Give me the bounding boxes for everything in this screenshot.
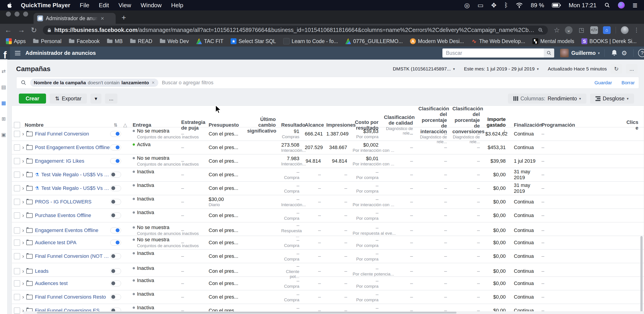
col-nombre[interactable]: Nombre	[22, 122, 111, 128]
expand-caret-icon[interactable]: ›	[22, 199, 24, 205]
browser-menu-icon[interactable]: ⋮	[634, 26, 640, 33]
col-resultado[interactable]: Resultado	[281, 122, 305, 128]
window-close-button[interactable]	[6, 11, 11, 16]
bookmark-item[interactable]: 0776_GUILLERMO...	[342, 38, 406, 44]
move-icon[interactable]: ✥	[491, 1, 496, 9]
expand-caret-icon[interactable]: ›	[22, 294, 24, 300]
sort-icon[interactable]: ⇅	[114, 122, 118, 128]
campaign-name-link[interactable]: Final Funnel Conversions Resto	[35, 294, 106, 300]
bookmark-item[interactable]: AModern Web Desi...	[407, 38, 467, 44]
bookmark-item[interactable]: ★Select Star SQL	[228, 38, 279, 44]
lighthouse-extension-icon[interactable]: ⌂	[603, 26, 611, 34]
bookmark-item[interactable]: ∞Learning How to L...	[641, 38, 644, 44]
hamburger-menu-icon[interactable]	[15, 51, 20, 55]
campaign-toggle[interactable]	[110, 281, 121, 286]
col-interaccion[interactable]: Clasificación del porcentaje de interacc…	[418, 106, 452, 144]
accounts-icon[interactable]: ▤	[1, 84, 6, 90]
select-all-checkbox[interactable]	[14, 122, 20, 128]
row-checkbox[interactable]	[14, 227, 20, 234]
tag-assistant-extension-icon[interactable]: ◳	[578, 26, 585, 34]
row-checkbox[interactable]	[14, 280, 20, 287]
bookmark-item[interactable]: TAC FIT	[194, 38, 226, 44]
address-bar[interactable]: https://business.facebook.com/adsmanager…	[43, 25, 548, 35]
campaign-toggle[interactable]	[110, 158, 121, 164]
record-icon[interactable]: ◎	[464, 1, 470, 9]
expand-caret-icon[interactable]: ›	[22, 158, 24, 164]
wifi-icon[interactable]	[516, 2, 523, 8]
remove-filter-icon[interactable]: ×	[152, 80, 155, 86]
campaign-toggle[interactable]	[110, 172, 121, 178]
menu-file[interactable]: File	[80, 2, 89, 9]
campaign-name-link[interactable]: Test Vale Regalo - US$5 Vs US$10 - ...	[41, 185, 111, 191]
row-checkbox[interactable]	[14, 172, 20, 178]
campaign-name-link[interactable]: Audience test DPA	[35, 240, 76, 246]
campaign-toggle[interactable]	[110, 213, 121, 218]
bookmark-star-icon[interactable]: ☆	[554, 26, 560, 34]
filter-search-placeholder[interactable]: Buscar o agregar filtros	[162, 80, 585, 86]
notifications-bell-icon[interactable]	[611, 49, 618, 57]
row-checkbox[interactable]	[14, 268, 20, 274]
col-finalizacion[interactable]: Finalización	[511, 122, 540, 128]
save-filter-link[interactable]: Guardar	[594, 80, 612, 85]
expand-caret-icon[interactable]: ›	[22, 240, 24, 246]
create-button[interactable]: Crear	[19, 94, 46, 103]
bookmark-item[interactable]: Apps	[3, 38, 28, 44]
campaign-name-link[interactable]: Final Funnel Conversion (NOT USED)	[35, 253, 111, 259]
user-name[interactable]: Guillermo	[572, 50, 596, 56]
zoom-out-icon[interactable]	[538, 27, 543, 33]
row-checkbox[interactable]	[14, 185, 20, 191]
campaign-name-link[interactable]: Audiences test	[35, 281, 68, 286]
window-zoom-button[interactable]	[23, 11, 28, 16]
row-checkbox[interactable]	[14, 308, 20, 314]
row-checkbox[interactable]	[14, 158, 20, 164]
campaign-name-link[interactable]: Purchase Eventos Offline	[35, 213, 91, 218]
bookmark-item[interactable]: Web Dev	[157, 38, 192, 44]
expand-caret-icon[interactable]: ›	[22, 227, 24, 234]
campaign-toggle[interactable]	[110, 199, 121, 205]
bookmark-item[interactable]: SBOOKS | Derek Si...	[579, 38, 639, 44]
col-impresiones[interactable]: Impresiones	[326, 122, 352, 128]
account-selector[interactable]: DMSTK (1015612145897...▾	[393, 66, 455, 72]
horizontal-scrollbar[interactable]	[23, 311, 644, 314]
menu-help[interactable]: Help	[171, 2, 183, 9]
code-extension-icon[interactable]: </>	[590, 26, 598, 34]
date-range-selector[interactable]: Este mes: 1 jul 2019 - 29 jul 2019▾	[464, 66, 539, 72]
facebook-logo[interactable]: f	[0, 46, 10, 60]
fb-search-button[interactable]	[544, 48, 554, 57]
col-clics[interactable]: Clicse	[574, 119, 644, 131]
clear-filter-link[interactable]: Borrar	[622, 80, 635, 85]
more-options-button[interactable]: ...	[626, 64, 638, 74]
back-icon[interactable]: ←	[4, 26, 12, 34]
user-menu-caret-icon[interactable]: ▾	[598, 51, 600, 55]
reload-icon[interactable]: ↻	[31, 26, 37, 34]
campaign-toggle[interactable]	[110, 253, 121, 259]
help-icon[interactable]: ?	[638, 49, 644, 57]
bookmark-item[interactable]: Personal	[30, 38, 64, 44]
row-checkbox[interactable]	[14, 199, 20, 205]
bookmark-item[interactable]: ∿The Web Develop...	[468, 38, 528, 44]
display-icon[interactable]: ▭	[478, 1, 484, 9]
settings-gear-icon[interactable]: ⚙	[621, 49, 627, 57]
row-checkbox[interactable]	[14, 294, 20, 300]
expand-caret-icon[interactable]: ›	[22, 172, 24, 178]
browser-profile-avatar[interactable]	[621, 26, 628, 34]
frame-icon[interactable]: ▣	[1, 132, 6, 138]
col-entrega[interactable]: Entrega	[130, 122, 177, 128]
campaign-name-link[interactable]: Final Funnel Conversion	[35, 131, 89, 137]
expand-caret-icon[interactable]: ›	[22, 268, 24, 274]
campaign-toggle[interactable]	[110, 228, 121, 233]
campaign-toggle[interactable]	[110, 294, 121, 300]
window-minimize-button[interactable]	[14, 11, 20, 16]
campaigns-folder-icon[interactable]: ▦	[1, 100, 6, 106]
col-ultimo-cambio[interactable]: Último cambio significativo	[247, 116, 281, 134]
expand-caret-icon[interactable]: ›	[22, 144, 24, 151]
notification-center-icon[interactable]: ≣	[632, 1, 638, 9]
campaign-toggle[interactable]	[110, 268, 121, 274]
campaign-toggle[interactable]	[110, 131, 121, 137]
ads-manager-title[interactable]: Administrador de anuncios	[26, 50, 96, 56]
bookmark-item[interactable]: READ	[127, 38, 155, 44]
campaign-name-link[interactable]: Leads	[35, 268, 48, 274]
menu-window[interactable]: Window	[140, 2, 162, 9]
menu-edit[interactable]: Edit	[99, 2, 109, 9]
filter-pill[interactable]: Nombre de la campaña doesn't contain lan…	[30, 79, 158, 87]
